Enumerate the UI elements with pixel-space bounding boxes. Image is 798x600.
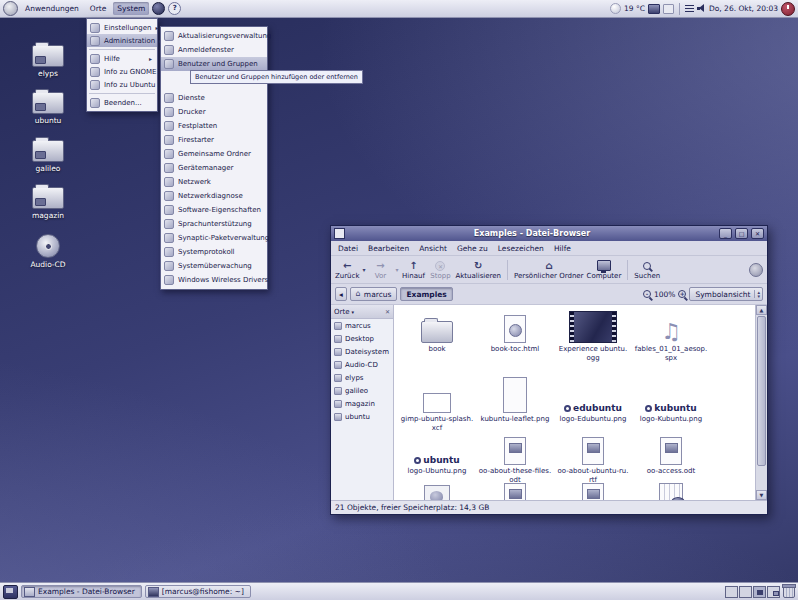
weather-icon[interactable] bbox=[610, 3, 621, 14]
menu-item-anmeldefenster[interactable]: Anmeldefenster bbox=[161, 43, 267, 57]
menu-item-benutzer-und-gruppen[interactable]: Benutzer und Gruppen bbox=[161, 57, 267, 71]
sidebar-item-audio-cd[interactable]: Audio-CD bbox=[331, 358, 393, 371]
sidebar-item-dateisystem[interactable]: Dateisystem bbox=[331, 345, 393, 358]
menu-item-drucker[interactable]: Drucker bbox=[161, 105, 267, 119]
menu-orte[interactable]: Orte bbox=[86, 2, 111, 15]
scrollbar-thumb[interactable] bbox=[757, 316, 766, 466]
sidebar-header[interactable]: Orte ▾ ✕ bbox=[331, 305, 393, 319]
menu-item-netzwerk[interactable]: Netzwerk bbox=[161, 175, 267, 189]
sidebar-close-icon[interactable]: ✕ bbox=[385, 308, 390, 315]
file-fables-aesop[interactable]: ♫ fables_01_01_aesop. spx bbox=[632, 311, 710, 373]
scroll-up-icon[interactable]: ▲ bbox=[756, 305, 767, 315]
desktop-icon-galileo[interactable]: galileo bbox=[18, 140, 78, 173]
menu-item-administration[interactable]: Administration ▸ bbox=[87, 34, 157, 47]
titlebar[interactable]: Examples - Datei-Browser _ □ ✕ bbox=[331, 226, 767, 241]
menu-item-gemeinsame-ordner[interactable]: Gemeinsame Ordner bbox=[161, 147, 267, 161]
menu-item-firestarter[interactable]: Firestarter bbox=[161, 133, 267, 147]
path-button-marcus[interactable]: ⌂ marcus bbox=[350, 287, 398, 301]
clock-applet[interactable]: Do, 26. Okt, 20:03 bbox=[709, 4, 778, 13]
file-experience-ubuntu[interactable]: Experience ubuntu. ogg bbox=[554, 311, 632, 373]
menu-item-systemueberwachung[interactable]: Systemüberwachung bbox=[161, 259, 267, 273]
file-logo-edubuntu[interactable]: edubuntu logo-Edubuntu.png bbox=[554, 373, 632, 439]
sidebar-item-elyps[interactable]: elyps bbox=[331, 371, 393, 384]
menu-item-windows-wireless-drivers[interactable]: Windows Wireless Drivers bbox=[161, 273, 267, 287]
menu-item-beenden[interactable]: Beenden... bbox=[87, 96, 157, 109]
workspace-4[interactable] bbox=[767, 586, 780, 598]
display-applet-icon[interactable] bbox=[648, 4, 660, 14]
search-button[interactable]: Suchen bbox=[634, 260, 660, 280]
forward-history-dropdown[interactable]: ▾ bbox=[395, 266, 398, 273]
menu-item-aktualisierungsverwaltung[interactable]: Aktualisierungsverwaltung bbox=[161, 29, 267, 43]
browser-launcher-icon[interactable] bbox=[152, 2, 165, 15]
view-mode-dropdown[interactable]: Symbolansicht ▴▾ bbox=[689, 287, 763, 301]
file-logo-ubuntu[interactable]: ubuntu logo-Ubuntu.png bbox=[398, 439, 476, 483]
path-button-examples[interactable]: Examples bbox=[400, 287, 452, 301]
file-book-toc[interactable]: book-toc.html bbox=[476, 311, 554, 373]
workspace-2[interactable] bbox=[739, 586, 752, 598]
menu-hilfe[interactable]: Hilfe bbox=[554, 244, 571, 253]
show-desktop-button[interactable] bbox=[3, 585, 18, 599]
desktop-icon-elyps[interactable]: elyps bbox=[18, 45, 78, 78]
file-book[interactable]: book bbox=[398, 311, 476, 373]
workspace-3-active[interactable] bbox=[753, 586, 766, 598]
logout-button[interactable] bbox=[781, 2, 795, 16]
vertical-scrollbar[interactable]: ▲ ▼ bbox=[755, 305, 767, 500]
file-item[interactable] bbox=[554, 483, 632, 500]
file-kubuntu-leaflet[interactable]: kubuntu-leaflet.png bbox=[476, 373, 554, 439]
path-scroll-left-button[interactable]: ◂ bbox=[335, 287, 347, 301]
desktop-icon-ubuntu[interactable]: ubuntu bbox=[18, 92, 78, 125]
menu-item-info-ubuntu[interactable]: Info zu Ubuntu bbox=[87, 78, 157, 91]
sidebar-item-galileo[interactable]: galileo bbox=[331, 384, 393, 397]
menu-item-netzwerkdiagnose[interactable]: Netzwerkdiagnose bbox=[161, 189, 267, 203]
maximize-button[interactable]: □ bbox=[735, 228, 748, 239]
sidebar-item-magazin[interactable]: magazin bbox=[331, 397, 393, 410]
reload-button[interactable]: ↻ Aktualisieren bbox=[455, 260, 501, 280]
menu-item-festplatten[interactable]: Festplatten bbox=[161, 119, 267, 133]
menu-item-sprachunterstuetzung[interactable]: Sprachunterstützung bbox=[161, 217, 267, 231]
stop-button[interactable]: ✕ Stopp bbox=[428, 260, 452, 280]
menu-item-info-gnome[interactable]: Info zu GNOME bbox=[87, 65, 157, 78]
desktop-icon-magazin[interactable]: magazin bbox=[18, 187, 78, 220]
zoom-in-icon[interactable]: + bbox=[678, 290, 686, 298]
file-logo-kubuntu[interactable]: kubuntu logo-Kubuntu.png bbox=[632, 373, 710, 439]
up-button[interactable]: ↑ Hinauf bbox=[401, 260, 425, 280]
help-launcher-icon[interactable]: ? bbox=[168, 2, 181, 15]
back-history-dropdown[interactable]: ▾ bbox=[362, 266, 365, 273]
menu-bearbeiten[interactable]: Bearbeiten bbox=[368, 244, 409, 253]
menu-item-dienste[interactable]: Dienste bbox=[161, 91, 267, 105]
distributor-logo-icon[interactable] bbox=[3, 1, 18, 16]
sidebar-item-ubuntu[interactable]: ubuntu bbox=[331, 410, 393, 423]
sidebar-item-desktop[interactable]: Desktop bbox=[331, 332, 393, 345]
file-gimp-splash[interactable]: gimp-ubuntu-splash. xcf bbox=[398, 373, 476, 439]
menu-item-geraetemanager[interactable]: Gerätemanager bbox=[161, 161, 267, 175]
menu-datei[interactable]: Datei bbox=[338, 244, 358, 253]
menu-item-software-eigenschaften[interactable]: Software-Eigenschaften bbox=[161, 203, 267, 217]
taskbar-item-file-browser[interactable]: Examples - Datei-Browser bbox=[21, 585, 142, 598]
menu-item-synaptic[interactable]: Synaptic-Paketverwaltung bbox=[161, 231, 267, 245]
volume-icon[interactable] bbox=[697, 4, 706, 13]
menu-lesezeichen[interactable]: Lesezeichen bbox=[498, 244, 544, 253]
file-item[interactable] bbox=[632, 483, 710, 500]
sidebar-item-marcus[interactable]: marcus bbox=[331, 319, 393, 332]
menu-gehe-zu[interactable]: Gehe zu bbox=[457, 244, 488, 253]
file-oo-about-ubuntu-ru[interactable]: oo-about-ubuntu-ru. rtf bbox=[554, 439, 632, 483]
minimize-button[interactable]: _ bbox=[719, 228, 732, 239]
menu-system[interactable]: System bbox=[113, 2, 149, 15]
file-item[interactable] bbox=[476, 483, 554, 500]
menu-list-applet-icon[interactable] bbox=[685, 5, 694, 13]
weather-temp[interactable]: 19 °C bbox=[624, 4, 645, 13]
workspace-1[interactable] bbox=[725, 586, 738, 598]
file-item[interactable] bbox=[398, 483, 476, 500]
menu-item-hilfe[interactable]: Hilfe ▸ bbox=[87, 52, 157, 65]
file-oo-access[interactable]: oo-access.odt bbox=[632, 439, 710, 483]
menu-item-systemprotokoll[interactable]: Systemprotokoll bbox=[161, 245, 267, 259]
menu-item-einstellungen[interactable]: Einstellungen ▸ bbox=[87, 21, 157, 34]
trash-icon[interactable] bbox=[783, 585, 795, 598]
forward-button[interactable]: → Vor bbox=[368, 260, 392, 280]
desktop-icon-audio-cd[interactable]: Audio-CD bbox=[18, 234, 78, 269]
close-button[interactable]: ✕ bbox=[751, 228, 764, 239]
menu-anwendungen[interactable]: Anwendungen bbox=[21, 2, 83, 15]
home-button[interactable]: ⌂ Persönlicher Ordner bbox=[514, 260, 583, 280]
scroll-down-icon[interactable]: ▼ bbox=[756, 490, 767, 500]
notification-applet-icon[interactable] bbox=[663, 4, 674, 14]
